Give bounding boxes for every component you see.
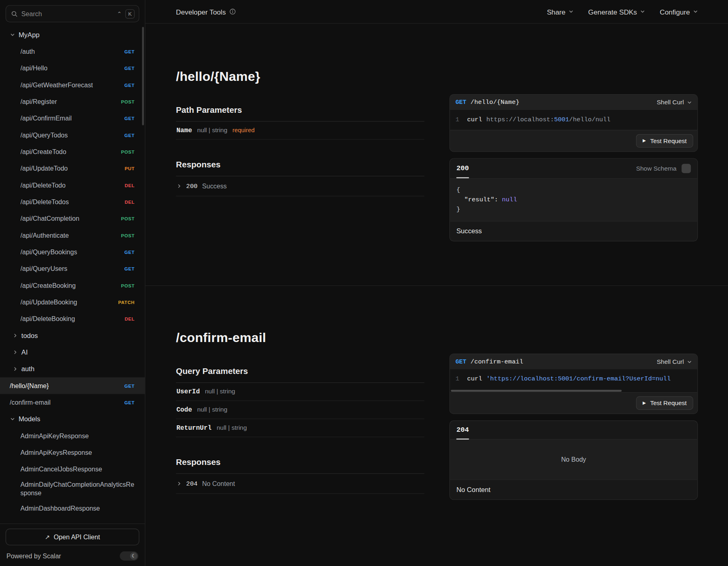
method-badge: POST [116, 99, 135, 104]
sidebar-endpoint[interactable]: /api/DeleteTodoDEL [0, 177, 145, 193]
chevron-down-icon [10, 417, 15, 421]
share-menu[interactable]: Share [547, 8, 573, 16]
sidebar-endpoint[interactable]: /api/QueryUsersGET [0, 260, 145, 277]
sidebar-endpoint[interactable]: /api/AuthenticatePOST [0, 227, 145, 243]
test-request-button[interactable]: ▶ Test Request [636, 396, 693, 410]
chevron-down-icon [640, 9, 645, 14]
sidebar-endpoint[interactable]: /api/CreateTodoPOST [0, 144, 145, 160]
sidebar-endpoint[interactable]: /api/QueryBookingsGET [0, 244, 145, 260]
method-badge: GET [120, 82, 135, 88]
open-api-client-button[interactable]: ↗ Open API Client [6, 529, 140, 545]
code-command: curl [467, 116, 482, 123]
sidebar-group-myapp[interactable]: MyApp [0, 26, 145, 43]
chevron-right-icon [13, 333, 17, 338]
main-area: Developer Tools Share Generate SDKs Conf… [145, 0, 728, 566]
parameter-type: null | string [197, 406, 227, 413]
code-snippet: 1 curl 'https://localhost:5001/confirm-e… [450, 370, 697, 389]
sidebar-model-item[interactable]: AdminDashboardResponse [0, 500, 145, 516]
sidebar-endpoint[interactable]: /api/UpdateBookingPATCH [0, 294, 145, 310]
parameter-name: UserId [176, 388, 200, 395]
sidebar-model-item[interactable]: AdminDailyChatCompletionAnalyticsRespons… [0, 477, 145, 500]
request-example-card: GET /hello/{Name} Shell Curl 1 curl http… [449, 94, 698, 152]
endpoint-label: /api/CreateTodo [21, 148, 66, 155]
group-label: AI [21, 348, 28, 356]
response-body-json: { "result": null } [450, 179, 697, 221]
page-label: /hello/{Name} [10, 382, 49, 389]
method-badge: DEL [120, 316, 135, 321]
search-box[interactable]: ⌃ K [6, 5, 140, 22]
json-key: "result": [464, 196, 498, 203]
info-icon[interactable] [229, 8, 236, 15]
sidebar-endpoint[interactable]: /api/DeleteTodosDEL [0, 194, 145, 210]
search-input[interactable] [21, 10, 113, 17]
method-badge: POST [116, 216, 135, 221]
method-badge: POST [116, 149, 135, 154]
endpoint-label: /api/CreateBooking [21, 282, 76, 289]
response-status-tab[interactable]: 204 [456, 426, 469, 434]
code-port: 5001 [554, 116, 569, 123]
method-badge: GET [120, 249, 135, 255]
method-badge: PUT [120, 166, 135, 171]
response-card-header: 204 [450, 421, 697, 439]
method-badge: GET [120, 400, 135, 405]
sidebar-page-confirm-email[interactable]: /confirm-emailGET [0, 394, 145, 411]
chevron-right-icon [177, 481, 181, 486]
sidebar-group-models[interactable]: Models [0, 411, 145, 427]
client-language-select[interactable]: Shell Curl [657, 99, 692, 106]
sidebar-model-item[interactable]: AdminApiKeysResponse [0, 444, 145, 461]
parameter-required-badge: required [233, 127, 255, 133]
method-badge: DEL [120, 199, 135, 205]
powered-by-label: Powered by Scalar [6, 552, 61, 560]
sidebar-group-todos[interactable]: todos [0, 327, 145, 344]
sidebar-endpoint[interactable]: /api/ConfirmEmailGET [0, 110, 145, 127]
sidebar-group-ai[interactable]: AI [0, 344, 145, 361]
response-card-header: 200 Show Schema [450, 159, 697, 179]
endpoint-section-confirm-email: /confirm-email Query Parameters UserId n… [145, 285, 728, 566]
sidebar-endpoint[interactable]: /api/RegisterPOST [0, 93, 145, 110]
method-badge: GET [120, 383, 135, 389]
parameter-type: null | string [205, 388, 235, 395]
chevron-right-icon [13, 350, 17, 355]
theme-toggle[interactable]: ☾ [120, 551, 138, 561]
endpoint-label: /api/DeleteBooking [21, 315, 75, 322]
code-horizontal-scrollbar [450, 389, 697, 392]
sidebar-endpoint[interactable]: /authGET [0, 43, 145, 60]
method-badge: GET [120, 116, 135, 121]
code-command: curl [467, 376, 482, 382]
request-card-header: GET /confirm-email Shell Curl [450, 354, 697, 370]
code-url: https://localhost: [487, 116, 554, 123]
sidebar-endpoint[interactable]: /api/ChatCompletionPOST [0, 210, 145, 227]
sidebar-endpoint[interactable]: /api/QueryTodosGET [0, 127, 145, 143]
sidebar-page-hello[interactable]: /hello/{Name}GET [0, 377, 145, 394]
parameters-heading: Path Parameters [176, 106, 424, 122]
response-example-card: 200 Show Schema { "result": null } Succe… [449, 158, 698, 241]
configure-menu[interactable]: Configure [660, 8, 698, 16]
sidebar-endpoint[interactable]: /api/HelloGET [0, 60, 145, 76]
scrollbar-thumb[interactable] [451, 390, 622, 392]
chevron-down-icon [693, 9, 698, 14]
response-row[interactable]: 200 Success [176, 176, 424, 196]
response-row[interactable]: 204 No Content [176, 474, 424, 494]
endpoint-label: /api/GetWeatherForecast [21, 81, 93, 89]
sidebar-endpoint[interactable]: /api/UpdateTodoPUT [0, 160, 145, 177]
show-schema-toggle[interactable] [681, 164, 691, 173]
generate-sdks-menu[interactable]: Generate SDKs [588, 8, 645, 16]
method-badge: POST [116, 233, 135, 238]
response-status-tab[interactable]: 200 [456, 165, 469, 173]
client-language-select[interactable]: Shell Curl [657, 358, 692, 365]
test-request-button[interactable]: ▶ Test Request [636, 134, 693, 148]
sidebar-scrollbar[interactable] [142, 27, 144, 125]
sidebar-model-item[interactable]: AdminApiKeyResponse [0, 427, 145, 444]
code-url-string: 'https://localhost:5001/confirm-email?Us… [487, 376, 671, 382]
parameter-name: Name [176, 127, 192, 134]
sidebar-endpoint[interactable]: /api/DeleteBookingDEL [0, 310, 145, 327]
sidebar-group-auth[interactable]: auth [0, 361, 145, 377]
sidebar-nav: MyApp /authGET /api/HelloGET /api/GetWea… [0, 24, 145, 524]
sidebar-endpoint[interactable]: /api/CreateBookingPOST [0, 277, 145, 294]
method-badge: GET [120, 133, 135, 138]
topbar-actions: Share Generate SDKs Configure [547, 8, 698, 16]
play-icon: ▶ [643, 401, 646, 405]
sidebar-model-item[interactable]: AdminCancelJobsResponse [0, 461, 145, 477]
sidebar-endpoint[interactable]: /api/GetWeatherForecastGET [0, 76, 145, 93]
endpoint-label: /api/UpdateTodo [21, 165, 68, 172]
